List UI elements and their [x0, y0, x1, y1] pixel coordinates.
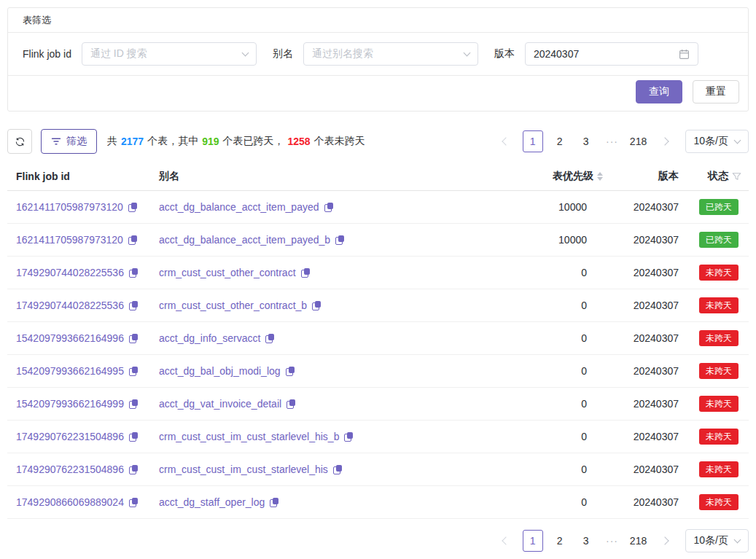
page-size-select[interactable]: 10条/页 — [685, 529, 749, 552]
chevron-right-icon — [660, 137, 669, 145]
status-badge: 未跨天 — [699, 494, 739, 510]
job-id-select[interactable]: 通过 ID 搜索 — [82, 42, 257, 66]
page-button-1[interactable]: 1 — [523, 130, 543, 152]
prev-page-button[interactable] — [496, 130, 515, 152]
copy-icon[interactable] — [129, 268, 138, 278]
job-id-link[interactable]: 1621411705987973120 — [16, 201, 123, 213]
pagination-bottom: 1 2 3 ··· 218 10条/页 — [493, 529, 749, 552]
version-field-label: 版本 — [494, 47, 515, 60]
copy-icon[interactable] — [129, 367, 138, 376]
page-size-value: 10条/页 — [694, 135, 728, 148]
alias-link[interactable]: crm_cust_cust_im_cust_starlevel_his — [159, 464, 328, 475]
page-button-2[interactable]: 2 — [550, 130, 569, 152]
column-header-job-id: Flink job id — [7, 171, 150, 182]
copy-icon[interactable] — [129, 399, 138, 409]
alias-link[interactable]: acct_dg_balance_acct_item_payed — [159, 201, 319, 213]
page-ellipsis[interactable]: ··· — [603, 530, 622, 552]
copy-icon[interactable] — [286, 367, 295, 376]
copy-icon[interactable] — [324, 203, 333, 212]
column-header-priority[interactable]: 表优先级 — [499, 170, 609, 183]
job-id-link[interactable]: 1749290744028225536 — [16, 267, 124, 278]
page-button-3[interactable]: 3 — [577, 530, 596, 552]
column-header-status-label: 状态 — [708, 170, 728, 183]
copy-icon[interactable] — [333, 465, 342, 474]
job-id-link[interactable]: 1749290762231504896 — [16, 464, 124, 475]
table-toolbar: 筛选 共 2177 个表，其中 919 个表已跨天， 1258 个表未跨天 1 … — [7, 129, 749, 154]
alias-link[interactable]: acct_dg_info_servacct — [159, 332, 260, 344]
copy-icon[interactable] — [129, 465, 138, 474]
summary-text: 个表，其中 — [147, 135, 198, 148]
job-id-link[interactable]: 1542097993662164999 — [16, 398, 124, 410]
page: 表筛选 Flink job id 通过 ID 搜索 别名 通过别名搜索 版本 2… — [0, 0, 756, 552]
copy-icon[interactable] — [129, 301, 138, 310]
filter-panel-button[interactable]: 筛选 — [41, 129, 97, 154]
filter-lines-icon — [51, 136, 61, 146]
copy-icon[interactable] — [128, 203, 137, 212]
reset-button[interactable]: 重置 — [693, 80, 739, 103]
page-button-2[interactable]: 2 — [550, 530, 569, 552]
copy-icon[interactable] — [312, 301, 321, 310]
job-id-link[interactable]: 1542097993662164995 — [16, 365, 124, 377]
next-page-button[interactable] — [655, 130, 674, 152]
copy-icon[interactable] — [270, 498, 278, 507]
status-badge: 未跨天 — [699, 429, 739, 445]
table-row: 1542097993662164999 acct_dg_vat_invoice_… — [7, 388, 749, 421]
alias-link[interactable]: crm_cust_cust_other_contract — [159, 267, 296, 278]
sort-icon[interactable] — [597, 172, 603, 181]
status-badge: 未跨天 — [699, 265, 739, 281]
job-id-link[interactable]: 1749290744028225536 — [16, 300, 124, 311]
column-filter-icon[interactable] — [732, 172, 741, 181]
filter-actions-row: 查询 重置 — [8, 76, 748, 111]
priority-value: 0 — [499, 365, 609, 377]
copy-icon[interactable] — [129, 334, 138, 343]
alias-link[interactable]: crm_cust_cust_im_cust_starlevel_his_b — [159, 431, 339, 442]
version-date-input[interactable]: 20240307 — [525, 42, 698, 66]
summary-uncrossed-count: 1258 — [288, 136, 311, 147]
page-button-last[interactable]: 218 — [629, 130, 648, 152]
next-page-button[interactable] — [655, 530, 674, 552]
status-badge: 未跨天 — [699, 363, 739, 379]
summary-text: 共 — [107, 135, 117, 148]
page-ellipsis[interactable]: ··· — [603, 130, 622, 152]
priority-value: 0 — [499, 267, 609, 278]
page-button-3[interactable]: 3 — [577, 130, 596, 152]
caret-up-icon — [597, 172, 603, 176]
copy-icon[interactable] — [265, 334, 274, 343]
alias-link[interactable]: acct_dg_bal_obj_modi_log — [159, 365, 281, 377]
refresh-button[interactable] — [7, 129, 32, 154]
version-value: 20240307 — [609, 431, 679, 442]
priority-value: 0 — [499, 332, 609, 344]
alias-link[interactable]: acct_dg_vat_invoice_detail — [159, 398, 281, 410]
job-id-link[interactable]: 1749290866069889024 — [16, 496, 124, 508]
copy-icon[interactable] — [128, 235, 137, 245]
job-id-link[interactable]: 1621411705987973120 — [16, 234, 123, 246]
summary-text: 个表未跨天 — [314, 135, 365, 148]
copy-icon[interactable] — [129, 432, 138, 442]
copy-icon[interactable] — [129, 498, 138, 507]
version-value: 20240307 — [609, 234, 679, 246]
copy-icon[interactable] — [344, 432, 353, 442]
copy-icon[interactable] — [335, 235, 344, 245]
search-button[interactable]: 查询 — [636, 80, 682, 103]
page-button-last[interactable]: 218 — [629, 530, 648, 552]
table-row: 1621411705987973120 acct_dg_balance_acct… — [7, 191, 749, 224]
alias-field-label: 别名 — [273, 47, 293, 60]
copy-icon[interactable] — [287, 399, 295, 409]
filter-fields-row: Flink job id 通过 ID 搜索 别名 通过别名搜索 版本 20240… — [8, 33, 748, 76]
chevron-left-icon — [502, 137, 510, 145]
alias-link[interactable]: crm_cust_cust_other_contract_b — [159, 300, 307, 311]
table-row: 1749290762231504896 crm_cust_cust_im_cus… — [7, 421, 749, 453]
alias-link[interactable]: acct_dg_balance_acct_item_payed_b — [159, 234, 330, 246]
filter-card: 表筛选 Flink job id 通过 ID 搜索 别名 通过别名搜索 版本 2… — [7, 7, 749, 112]
page-size-select[interactable]: 10条/页 — [685, 130, 749, 153]
copy-icon[interactable] — [301, 268, 310, 278]
job-id-link[interactable]: 1542097993662164996 — [16, 332, 124, 344]
prev-page-button[interactable] — [496, 530, 515, 552]
job-id-link[interactable]: 1749290762231504896 — [16, 431, 124, 442]
page-button-1[interactable]: 1 — [523, 530, 543, 552]
version-value: 20240307 — [609, 398, 679, 410]
table-row: 1621411705987973120 acct_dg_balance_acct… — [7, 224, 749, 257]
column-header-priority-label: 表优先级 — [553, 170, 593, 183]
alias-link[interactable]: acct_dg_staff_oper_log — [159, 496, 265, 508]
alias-select[interactable]: 通过别名搜索 — [303, 42, 478, 66]
